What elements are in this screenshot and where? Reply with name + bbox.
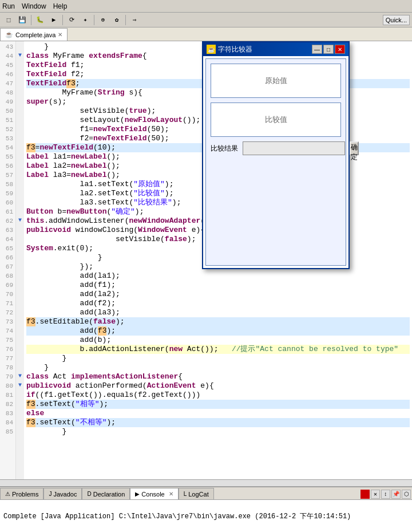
fold-marker[interactable] — [16, 408, 24, 417]
toolbar-btn-run[interactable]: ▶ — [47, 14, 60, 26]
tab-close-icon[interactable]: ✕ — [58, 31, 62, 38]
fold-marker[interactable] — [16, 41, 24, 50]
line-number-gutter: 4344454647484950515253545556575859606162… — [0, 41, 16, 479]
fold-marker[interactable] — [16, 399, 24, 408]
gutter-line: 62 — [0, 216, 15, 226]
toolbar-sep-1 — [31, 15, 31, 25]
bottom-tab-javadoc[interactable]: JJavadoc — [43, 488, 82, 499]
quick-access-bar[interactable]: Quick... — [383, 15, 410, 25]
fold-marker[interactable] — [16, 224, 24, 234]
pin-button[interactable]: 📌 — [391, 490, 401, 499]
menu-run[interactable]: Run — [2, 2, 15, 10]
fold-marker[interactable] — [16, 334, 24, 344]
fold-marker[interactable] — [16, 316, 24, 325]
ok-button[interactable]: 确定 — [350, 141, 359, 155]
toolbar-btn-5[interactable]: ⊕ — [97, 14, 109, 26]
fold-marker[interactable] — [16, 197, 24, 206]
fold-marker[interactable] — [16, 261, 24, 270]
open-console-button[interactable]: ⬡ — [402, 490, 411, 499]
fold-marker[interactable] — [16, 353, 24, 362]
menu-help[interactable]: Help — [53, 2, 68, 10]
fold-marker[interactable] — [16, 78, 24, 87]
original-value-field[interactable]: 原始值 — [211, 64, 341, 98]
bottom-tab-label-problems: Problems — [12, 491, 38, 498]
fold-marker[interactable] — [16, 362, 24, 371]
fold-marker[interactable] — [16, 60, 24, 69]
fold-marker[interactable] — [16, 289, 24, 298]
stop-button[interactable] — [360, 490, 370, 499]
bottom-tab-declaration[interactable]: DDeclaration — [82, 488, 130, 499]
fold-marker[interactable] — [16, 105, 24, 115]
toolbar-btn-2[interactable]: 💾 — [16, 14, 29, 26]
fold-marker[interactable] — [16, 170, 24, 179]
result-input[interactable] — [243, 141, 345, 155]
fold-marker[interactable] — [16, 206, 24, 215]
original-value-placeholder: 原始值 — [265, 76, 287, 86]
fold-marker[interactable] — [16, 188, 24, 197]
toolbar-btn-1[interactable]: ⬚ — [2, 14, 15, 26]
scroll-lock-button[interactable]: ↕ — [381, 490, 390, 499]
toolbar-btn-6[interactable]: ✿ — [110, 14, 123, 26]
gutter-line: 76 — [0, 345, 15, 354]
fold-marker[interactable]: ▼ — [16, 371, 24, 380]
toolbar-btn-7[interactable]: ⇒ — [128, 14, 141, 26]
fold-marker[interactable] — [16, 325, 24, 334]
tab-label: Complete.java — [15, 31, 56, 38]
fold-marker[interactable] — [16, 87, 24, 96]
menu-window[interactable]: Window — [22, 2, 46, 10]
bottom-tab-logcat[interactable]: LLogCat — [179, 488, 214, 499]
dialog-close-button[interactable]: ✕ — [335, 45, 345, 54]
gutter-line: 55 — [0, 152, 15, 161]
fold-marker[interactable] — [16, 298, 24, 307]
gutter-line: 73 — [0, 317, 15, 326]
gutter-line: 77 — [0, 354, 15, 363]
fold-marker[interactable] — [16, 389, 24, 399]
fold-marker[interactable] — [16, 133, 24, 142]
fold-marker[interactable] — [16, 279, 24, 289]
dialog-controls: — □ ✕ — [312, 45, 345, 54]
fold-marker[interactable]: ▼ — [16, 215, 24, 224]
gutter-line: 81 — [0, 391, 15, 400]
fold-marker[interactable] — [16, 115, 24, 124]
fold-marker[interactable] — [16, 417, 24, 426]
fold-marker[interactable] — [16, 252, 24, 261]
gutter-line: 56 — [0, 161, 15, 171]
dialog-icon: ☕ — [207, 45, 216, 54]
fold-marker[interactable]: ▼ — [16, 380, 24, 389]
code-line: add(la2); — [26, 290, 410, 299]
menu-bar: Run Window Help — [0, 0, 412, 13]
fold-marker[interactable] — [16, 243, 24, 252]
string-compare-dialog: ☕ 字符比较器 — □ ✕ 原始值 比较值 比较结果 确定 — [202, 41, 350, 269]
bottom-tab-close-icon[interactable]: ✕ — [169, 491, 173, 497]
dialog-minimize-button[interactable]: — — [312, 45, 322, 54]
fold-marker[interactable] — [16, 344, 24, 353]
fold-marker[interactable] — [16, 307, 24, 316]
clear-console-button[interactable]: ✕ — [371, 490, 380, 499]
editor-content-area: 4344454647484950515253545556575859606162… — [0, 41, 412, 479]
fold-marker[interactable] — [16, 69, 24, 78]
dialog-maximize-button[interactable]: □ — [323, 45, 334, 54]
fold-marker[interactable] — [16, 179, 24, 188]
compare-value-field[interactable]: 比较值 — [211, 103, 341, 137]
editor-tab-complete-java[interactable]: ☕ Complete.java ✕ — [0, 28, 68, 41]
bottom-tab-problems[interactable]: ⚠Problems — [0, 488, 43, 499]
gutter-line: 65 — [0, 244, 15, 253]
fold-marker[interactable]: ▼ — [16, 50, 24, 60]
fold-marker[interactable] — [16, 151, 24, 160]
fold-marker[interactable] — [16, 96, 24, 105]
toolbar-btn-3[interactable]: ⟳ — [65, 14, 78, 26]
fold-marker[interactable] — [16, 142, 24, 151]
bottom-toolbar: ✕ ↕ 📌 ⬡ — [359, 488, 412, 500]
fold-marker[interactable] — [16, 124, 24, 133]
toolbar-btn-debug[interactable]: 🐛 — [34, 14, 46, 26]
fold-marker[interactable] — [16, 160, 24, 170]
fold-marker[interactable] — [16, 234, 24, 243]
fold-marker[interactable] — [16, 270, 24, 279]
console-text: Complete [Java Application] C:\Intel\Jav… — [3, 511, 351, 521]
toolbar-btn-4[interactable]: ✦ — [79, 14, 92, 26]
bottom-tab-console[interactable]: ▶Console✕ — [130, 488, 178, 499]
code-line: add(la3); — [26, 308, 410, 317]
gutter-line: 79 — [0, 372, 15, 381]
editor-scrollbar-h[interactable] — [0, 479, 412, 486]
fold-marker[interactable] — [16, 426, 24, 435]
